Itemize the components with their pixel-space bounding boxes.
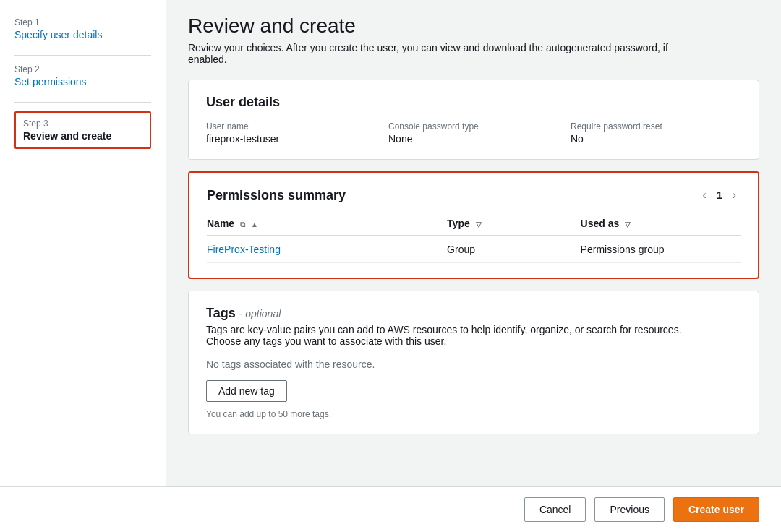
tags-optional-label: - optional [239,308,281,319]
col-header-used-as[interactable]: Used as ▽ [581,212,741,236]
console-password-label: Console password type [388,121,559,132]
user-detail-console-password: Console password type None [388,121,559,145]
footer: Cancel Previous Create user [0,486,781,532]
tags-title-label: Tags [206,306,236,320]
console-password-value: None [388,133,559,145]
tags-card: Tags - optional Tags are key-value pairs… [188,291,759,434]
step-divider-1 [14,55,151,56]
tags-title: Tags - optional [206,306,741,321]
username-label: User name [206,121,377,132]
col-type-label: Type [447,218,470,229]
step3-label: Step 3 [23,119,142,129]
step2-block: Step 2 Set permissions [14,64,151,87]
cancel-button[interactable]: Cancel [524,497,586,522]
row-type-value: Group [447,244,475,255]
main-content: Review and create Review your choices. A… [166,0,781,486]
step1-label: Step 1 [14,17,151,27]
row-used-as-cell: Permissions group [581,236,741,263]
row-used-as-value: Permissions group [581,244,665,255]
user-details-title: User details [206,95,741,110]
sort-type-icon: ▽ [476,220,482,228]
sidebar: Step 1 Specify user details Step 2 Set p… [0,0,166,486]
page-description: Review your choices. After you create th… [188,42,694,65]
create-user-button[interactable]: Create user [673,497,759,522]
permissions-title: Permissions summary [207,188,346,203]
step-divider-2 [14,102,151,103]
pagination-current: 1 [717,189,722,201]
tags-description: Tags are key-value pairs you can add to … [206,324,712,347]
chevron-right-icon: › [733,189,736,201]
pagination-next-btn[interactable]: › [728,187,741,203]
previous-button[interactable]: Previous [594,497,664,522]
user-details-grid: User name fireprox-testuser Console pass… [206,121,741,145]
tags-empty-message: No tags associated with the resource. [206,359,741,370]
page-title: Review and create [188,14,759,38]
tags-limit-note: You can add up to 50 more tags. [206,409,331,419]
table-row: FireProx-Testing Group Permissions group [207,236,741,263]
col-header-name[interactable]: Name ⧉ ▲ [207,212,447,236]
row-name-cell: FireProx-Testing [207,236,447,263]
chevron-left-icon: ‹ [703,189,707,201]
pagination-prev-btn[interactable]: ‹ [699,187,711,203]
col-name-label: Name [207,218,234,229]
username-value: fireprox-testuser [206,133,377,145]
step1-title[interactable]: Specify user details [14,29,151,40]
step3-title: Review and create [23,130,142,142]
row-name-link[interactable]: FireProx-Testing [207,244,281,255]
step3-block: Step 3 Review and create [14,111,151,149]
permissions-table: Name ⧉ ▲ Type ▽ Used as ▽ [207,212,741,263]
step2-title[interactable]: Set permissions [14,76,151,87]
col-header-type[interactable]: Type ▽ [447,212,581,236]
password-reset-value: No [571,133,741,145]
sort-asc-icon: ▲ [251,220,258,228]
user-detail-password-reset: Require password reset No [571,121,741,145]
add-new-tag-button[interactable]: Add new tag [206,380,287,402]
table-header-row: Name ⧉ ▲ Type ▽ Used as ▽ [207,212,741,236]
permissions-summary-card: Permissions summary ‹ 1 › Name [188,171,759,279]
pagination-controls: ‹ 1 › [699,187,741,203]
external-link-icon: ⧉ [240,220,245,228]
user-details-card: User details User name fireprox-testuser… [188,80,759,160]
row-type-cell: Group [447,236,581,263]
password-reset-label: Require password reset [571,121,741,132]
user-detail-username: User name fireprox-testuser [206,121,377,145]
step1-block: Step 1 Specify user details [14,17,151,40]
step2-label: Step 2 [14,64,151,74]
sort-used-as-icon: ▽ [625,220,631,228]
permissions-header: Permissions summary ‹ 1 › [207,187,741,203]
col-used-as-label: Used as [581,218,620,229]
